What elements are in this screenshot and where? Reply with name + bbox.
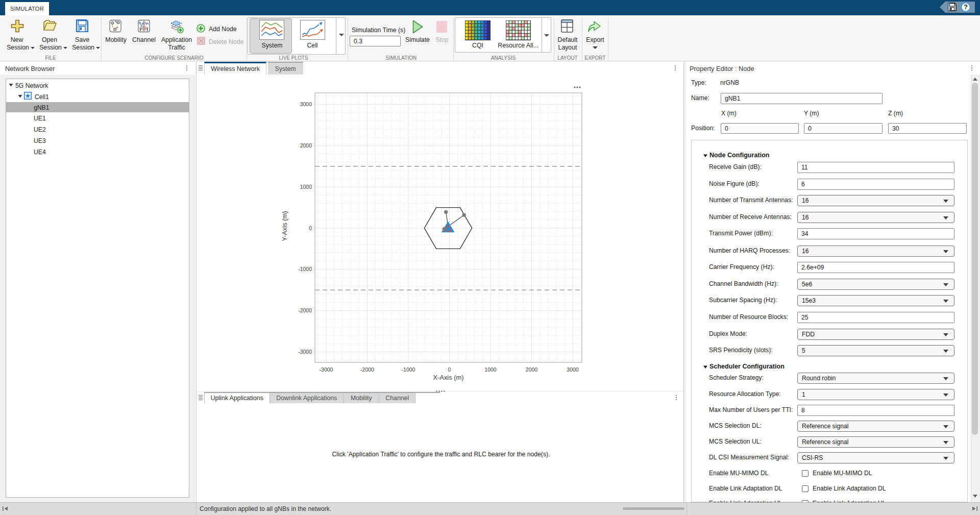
svg-text:0: 0 <box>448 366 451 373</box>
svg-text:?: ? <box>964 4 968 11</box>
svg-text:-1000: -1000 <box>298 266 312 272</box>
svg-text:2000: 2000 <box>526 366 538 373</box>
svg-text:1000: 1000 <box>300 184 312 190</box>
svg-text:-3000: -3000 <box>298 349 312 355</box>
svg-text:3000: 3000 <box>300 101 312 107</box>
svg-text:-1000: -1000 <box>402 366 415 373</box>
svg-text:Y-Axis (m): Y-Axis (m) <box>281 211 288 241</box>
svg-text:X-Axis (m): X-Axis (m) <box>433 374 463 381</box>
svg-text:-2000: -2000 <box>360 366 374 373</box>
svg-text:1000: 1000 <box>484 366 497 373</box>
svg-text:0: 0 <box>309 225 312 231</box>
svg-text:-2000: -2000 <box>298 307 312 313</box>
svg-text:2000: 2000 <box>300 142 312 149</box>
svg-text:3000: 3000 <box>567 366 579 373</box>
svg-text:-3000: -3000 <box>320 366 333 373</box>
